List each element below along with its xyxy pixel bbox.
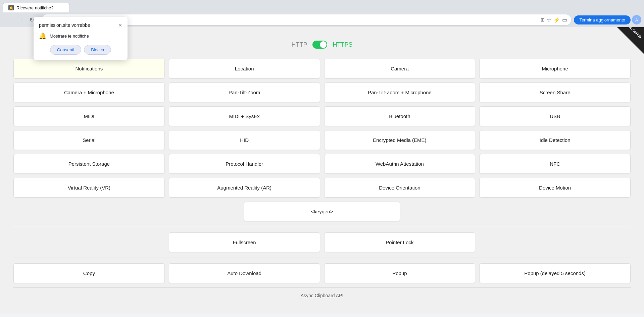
pointer-lock-button[interactable]: Pointer Lock [324,232,476,252]
update-button[interactable]: Termina aggiornamento [574,15,631,24]
row6-btn-3[interactable]: Device Motion [479,178,631,198]
section3-btn-2[interactable]: Popup [324,263,476,283]
row6-btn-2[interactable]: Device Orientation [324,178,476,198]
keygen-row: <keygen> [13,202,631,221]
section2-row: Fullscreen Pointer Lock [13,232,631,252]
toggle-switch[interactable] [312,41,327,49]
section3-row: CopyAuto DownloadPopupPopup (delayed 5 s… [13,263,631,283]
section3-btn-3[interactable]: Popup (delayed 5 seconds) [479,263,631,283]
divider-2 [13,258,631,258]
row4-btn-1[interactable]: HID [169,130,320,150]
row5-btn-0[interactable]: Persistent Storage [13,154,165,174]
button-row-3: MIDIMIDI + SysExBluetoothUSB [13,106,631,126]
row4-btn-3[interactable]: Idle Detection [479,130,631,150]
row5-btn-2[interactable]: WebAuthn Attestation [324,154,476,174]
row2-btn-2[interactable]: Pan-Tilt-Zoom + Microphone [324,83,476,102]
row6-btn-0[interactable]: Virtual Reality (VR) [13,178,165,198]
extensions-icon[interactable]: ⚡ [553,17,560,23]
popup-message-text: Mostrare le notifiche [50,34,89,39]
keygen-button[interactable]: <keygen> [244,202,400,221]
divider-1 [13,227,631,227]
bell-icon: 🔔 [39,32,46,40]
row3-btn-1[interactable]: MIDI + SysEx [169,106,320,126]
row1-btn-1[interactable]: Location [169,59,320,78]
popup-title: permission.site vorrebbe [39,22,90,28]
popup-close-button[interactable]: × [118,22,122,28]
section3-btn-1[interactable]: Auto Download [169,263,320,283]
button-row-1: NotificationsLocationCameraMicrophone [13,59,631,78]
block-button[interactable]: Blocca [84,45,111,55]
row4-btn-2[interactable]: Encrypted Media (EME) [324,130,476,150]
url-text: permission.site [63,17,539,22]
button-row-2: Camera + MicrophonePan-Tilt-ZoomPan-Tilt… [13,83,631,102]
sidebar-icon[interactable]: ▭ [562,17,567,23]
section3-btn-0[interactable]: Copy [13,263,165,283]
star-icon[interactable]: ☆ [547,17,551,23]
back-button[interactable]: ← [5,15,15,24]
row1-btn-0[interactable]: Notifications [13,59,165,78]
button-row-5: Persistent StorageProtocol HandlerWebAut… [13,154,631,174]
row3-btn-3[interactable]: USB [479,106,631,126]
tab-favicon: 🔔 [8,5,14,10]
https-label: HTTPS [333,41,352,48]
row3-btn-0[interactable]: MIDI [13,106,165,126]
row6-btn-1[interactable]: Augmented Reality (AR) [169,178,320,198]
row5-btn-1[interactable]: Protocol Handler [169,154,320,174]
row4-btn-0[interactable]: Serial [13,130,165,150]
tab-title: Ricevere notifiche? [16,5,54,10]
button-row-6: Virtual Reality (VR)Augmented Reality (A… [13,178,631,198]
row1-btn-3[interactable]: Microphone [479,59,631,78]
row2-btn-1[interactable]: Pan-Tilt-Zoom [169,83,320,102]
http-label: HTTP [291,41,307,48]
row5-btn-3[interactable]: NFC [479,154,631,174]
active-tab[interactable]: 🔔 Ricevere notifiche? [3,3,70,12]
button-row-4: SerialHIDEncrypted Media (EME)Idle Detec… [13,130,631,150]
footer: Async Clipboard API [13,287,631,304]
row2-btn-0[interactable]: Camera + Microphone [13,83,165,102]
avatar[interactable]: A [632,15,641,24]
notification-popup: permission.site vorrebbe × 🔔 Mostrare le… [34,17,128,60]
translate-icon: ⊞ [541,17,545,22]
forward-button[interactable]: → [16,15,26,24]
row2-btn-3[interactable]: Screen Share [479,83,631,102]
github-corner[interactable]: On GitHub [617,27,644,54]
row3-btn-2[interactable]: Bluetooth [324,106,476,126]
fullscreen-button[interactable]: Fullscreen [169,232,320,252]
allow-button[interactable]: Consenti [50,45,81,55]
row1-btn-2[interactable]: Camera [324,59,476,78]
